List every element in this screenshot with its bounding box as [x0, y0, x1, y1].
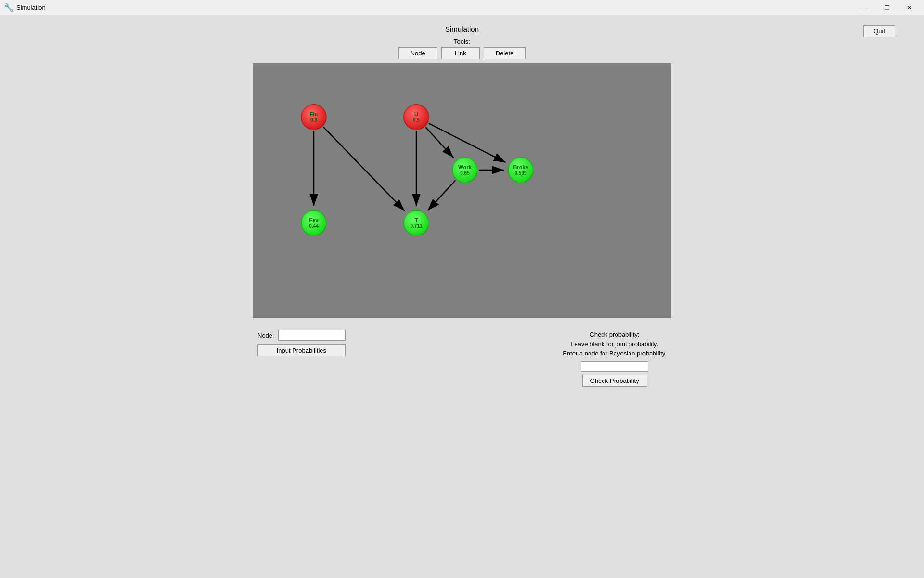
canvas-area[interactable]: Flu0.3U0.5Work0.65Broke0.599Fev0.44T0.71… — [253, 63, 671, 318]
title-bar-title: Simulation — [16, 4, 46, 11]
app-title: Simulation — [445, 25, 479, 33]
node-label-broke: Broke — [513, 164, 528, 170]
quit-button-wrapper: Quit — [863, 25, 895, 37]
node-label-flu: Flu — [310, 111, 318, 117]
minimize-button[interactable]: — — [854, 0, 876, 15]
check-probability-description: Check probability: Leave blank for joint… — [563, 330, 667, 358]
bottom-controls: Node: Input Probabilities Check probabil… — [253, 330, 671, 387]
link-tool-button[interactable]: Link — [441, 47, 480, 59]
node-input-section: Node: Input Probabilities — [257, 330, 346, 356]
node-label-u: U — [414, 111, 418, 117]
edge-u-broke — [429, 123, 506, 162]
node-label-t: T — [415, 217, 418, 223]
node-value-flu: 0.3 — [310, 118, 317, 123]
delete-tool-button[interactable]: Delete — [484, 47, 526, 59]
input-probabilities-button[interactable]: Input Probabilities — [257, 344, 346, 356]
title-bar-left: 🔧 Simulation — [4, 3, 46, 12]
node-value-work: 0.65 — [460, 171, 469, 176]
node-flu[interactable]: Flu0.3 — [301, 104, 327, 130]
node-fev[interactable]: Fev0.44 — [301, 210, 327, 236]
node-value-broke: 0.599 — [514, 171, 526, 176]
node-label-work: Work — [458, 164, 471, 170]
node-tool-button[interactable]: Node — [398, 47, 437, 59]
node-broke[interactable]: Broke0.599 — [508, 157, 534, 183]
title-bar-controls: — ❐ ✕ — [854, 0, 920, 15]
node-u[interactable]: U0.5 — [403, 104, 429, 130]
check-probability-section: Check probability: Leave blank for joint… — [563, 330, 667, 387]
node-value-fev: 0.44 — [309, 223, 318, 229]
app-icon: 🔧 — [4, 3, 13, 12]
close-button[interactable]: ✕ — [898, 0, 920, 15]
node-work[interactable]: Work0.65 — [452, 157, 478, 183]
check-probability-button[interactable]: Check Probability — [582, 375, 647, 387]
node-input-field[interactable] — [278, 330, 346, 341]
check-probability-input[interactable] — [581, 361, 648, 372]
edge-u-work — [426, 127, 454, 158]
tools-section: Tools: Node Link Delete — [398, 38, 526, 59]
node-value-t: 0.711 — [410, 223, 422, 229]
quit-button[interactable]: Quit — [863, 25, 895, 37]
edge-work-t — [428, 180, 456, 210]
node-label: Node: — [257, 332, 274, 339]
title-bar: 🔧 Simulation — ❐ ✕ — [0, 0, 924, 15]
tools-label: Tools: — [454, 38, 470, 45]
node-label-fev: Fev — [309, 217, 319, 223]
main-content: Simulation Tools: Node Link Delete Flu0.… — [0, 15, 924, 387]
canvas-svg — [253, 63, 671, 318]
maximize-button[interactable]: ❐ — [876, 0, 898, 15]
node-t[interactable]: T0.711 — [403, 210, 429, 236]
edge-flu-t — [323, 127, 404, 211]
tools-buttons: Node Link Delete — [398, 47, 526, 59]
node-row: Node: — [257, 330, 346, 341]
node-value-u: 0.5 — [413, 118, 420, 123]
